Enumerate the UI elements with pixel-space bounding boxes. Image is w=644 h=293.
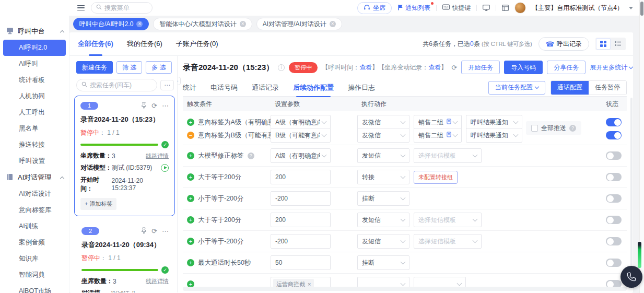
menu-search-input[interactable]: 搜索菜单 (91, 2, 153, 14)
task-card[interactable]: 2⟳⋯录音2024-11-20（09:34）暂停中： 1 / 1✓坐席数量： 3… (75, 221, 175, 292)
action-select[interactable]: 发短信 (357, 213, 409, 227)
list-view-button[interactable] (611, 39, 625, 49)
checkbox[interactable] (531, 125, 538, 132)
action-select[interactable]: 销售二组 (414, 115, 462, 130)
start-task-button[interactable]: 开始任务 (461, 61, 500, 74)
sidebar-item-AI对话设计[interactable]: AI对话设计 (3, 186, 66, 202)
scrollbar-thumb[interactable] (640, 2, 643, 16)
avatar[interactable] (514, 2, 526, 14)
action-select[interactable]: 转接 (357, 170, 409, 184)
line-detail-link[interactable]: 线路详情 (146, 277, 169, 285)
param-tags-input[interactable]: 运营商拦截× (271, 277, 331, 288)
sidebar-item-推送转接[interactable]: 推送转接 (3, 137, 66, 153)
task-card[interactable]: 1⟳⋯录音2024-11-20（15:23）暂停中： 1 / 1✓坐席数量： 3… (74, 96, 175, 216)
status-toggle[interactable] (606, 131, 622, 139)
action-select[interactable]: 选择短信模板 (414, 148, 482, 163)
condition-add-icon[interactable]: + (187, 259, 194, 266)
floating-call-button[interactable] (620, 266, 642, 288)
filter-button[interactable]: 筛 选 (116, 61, 142, 74)
action-select[interactable]: 发短信 (357, 148, 409, 163)
condition-add-icon[interactable]: + (187, 216, 194, 224)
param-input[interactable]: 200 (271, 170, 331, 184)
horizontal-scrollbar[interactable] (183, 287, 627, 291)
current-task-config-button[interactable]: 当前任务配置 (488, 81, 545, 95)
open-tab[interactable]: AI对话管理/AI对话设计× (256, 18, 342, 30)
condition-orange-icon[interactable]: − (187, 132, 194, 139)
pin-icon[interactable] (141, 227, 147, 235)
view-call-time-link[interactable]: 查看 (359, 64, 372, 71)
add-tag-button[interactable]: + 添加标签 (80, 198, 116, 210)
refresh-icon[interactable]: ⟳ (151, 102, 157, 109)
param-input[interactable]: -200 (271, 234, 331, 249)
sidebar-item-呼叫设置[interactable]: 呼叫设置 (3, 153, 66, 169)
sidebar-item-案例音频[interactable]: 案例音频 (3, 235, 66, 251)
panel-collapse-handle[interactable]: ≡ (177, 77, 181, 85)
monitor-icon[interactable] (483, 5, 490, 11)
sidebar-item-意向标签库[interactable]: 意向标签库 (3, 202, 66, 218)
action-select[interactable]: 呼叫结果通知 (466, 115, 522, 130)
action-select[interactable]: B级（可能有意向） (271, 128, 331, 143)
workbench-icon[interactable] (502, 5, 509, 11)
condition-add-icon[interactable]: + (187, 195, 194, 202)
open-tab[interactable]: 呼叫中台/AI呼叫2.0× (73, 18, 149, 30)
condition-add-icon[interactable]: + (187, 119, 194, 126)
vertical-scrollbar[interactable] (630, 98, 633, 284)
action-select[interactable]: 呼叫结果通知 (466, 128, 522, 143)
status-toggle[interactable] (606, 216, 622, 224)
sidebar-item-AI训练[interactable]: AI训练 (3, 218, 66, 235)
action-select[interactable]: 选择短信模板 (414, 213, 482, 227)
account-dropdown-caret[interactable] (629, 7, 633, 9)
share-task-button[interactable]: 分享任务 (547, 61, 586, 74)
detail-tab-通话记录[interactable]: 通话记录 (252, 79, 279, 97)
new-task-button[interactable]: 新建任务 (76, 61, 113, 74)
status-toggle[interactable] (606, 151, 622, 160)
sidebar-group[interactable]: 呼叫中台 (0, 23, 69, 40)
close-icon[interactable]: × (330, 21, 336, 27)
refresh-icon[interactable]: ⟳ (451, 64, 457, 72)
detail-tab-操作日志[interactable]: 操作日志 (348, 79, 375, 97)
grid-view-button[interactable] (596, 39, 610, 49)
task-search-input[interactable]: 搜索任务(回车) (76, 79, 157, 91)
action-select[interactable]: 挂断 (357, 191, 409, 206)
sidebar-item-AI呼叫2.0[interactable]: AI呼叫2.0 (3, 40, 66, 56)
tab-子账户任务(0)[interactable]: 子账户任务(0) (176, 32, 218, 56)
expand-stats-button[interactable]: 展开更多统计 (590, 63, 633, 72)
task-pause-button[interactable]: 任务暂停 (589, 81, 626, 95)
sidebar-item-人工呼出[interactable]: 人工呼出 (3, 104, 66, 121)
param-input[interactable]: 50 (271, 255, 331, 270)
agent-button[interactable]: 坐席 (357, 2, 392, 14)
play-icon[interactable] (161, 164, 169, 172)
action-select[interactable]: 发短信 (357, 234, 409, 249)
sidebar-item-统计看板[interactable]: 统计看板 (3, 72, 66, 88)
sidebar-item-知识库[interactable]: 知识库 (3, 251, 66, 267)
action-select[interactable]: A级（有明确意向） (271, 148, 331, 163)
sidebar-item-黑名单[interactable]: 黑名单 (3, 121, 66, 137)
refresh-icon[interactable]: ⟳ (151, 228, 157, 235)
transfer-group-warning-badge[interactable]: 未配置转接组 (414, 171, 458, 184)
action-select[interactable] (414, 277, 466, 288)
notification-list-button[interactable]: 通知列表 (397, 4, 430, 13)
call-record-button[interactable]: ☎ 呼出记录 (538, 37, 589, 51)
action-select[interactable]: 发微信 (357, 128, 409, 143)
condition-add-icon[interactable]: + (187, 152, 194, 159)
status-toggle[interactable] (606, 173, 622, 181)
more-icon[interactable]: ⋯ (162, 102, 169, 109)
shortcut-button[interactable]: 快捷键 (442, 4, 471, 13)
view-agent-change-link[interactable]: 查看 (428, 64, 441, 71)
action-select[interactable]: 挂断 (357, 255, 409, 270)
multi-select-button[interactable]: 多 选 (146, 61, 171, 74)
status-toggle[interactable] (606, 259, 622, 267)
sidebar-item-AI呼叫[interactable]: AI呼叫 (3, 56, 66, 72)
detail-tab-统计[interactable]: 统计 (183, 79, 196, 97)
sidebar-item-智能词典[interactable]: 智能词典 (3, 267, 66, 283)
action-select[interactable]: 选择短信模板 (414, 234, 482, 249)
param-input[interactable]: -200 (271, 191, 331, 206)
action-select[interactable]: 发微信 (357, 115, 409, 130)
pin-icon[interactable] (141, 102, 147, 110)
tab-全部任务(6)[interactable]: 全部任务(6) (78, 32, 113, 56)
collapse-menu-icon[interactable] (77, 5, 85, 11)
detail-tab-后续动作配置[interactable]: 后续动作配置 (293, 79, 334, 97)
action-select[interactable]: A级（有明确意向） (271, 115, 331, 130)
condition-add-icon[interactable]: + (187, 173, 194, 181)
close-icon[interactable]: × (240, 21, 246, 27)
